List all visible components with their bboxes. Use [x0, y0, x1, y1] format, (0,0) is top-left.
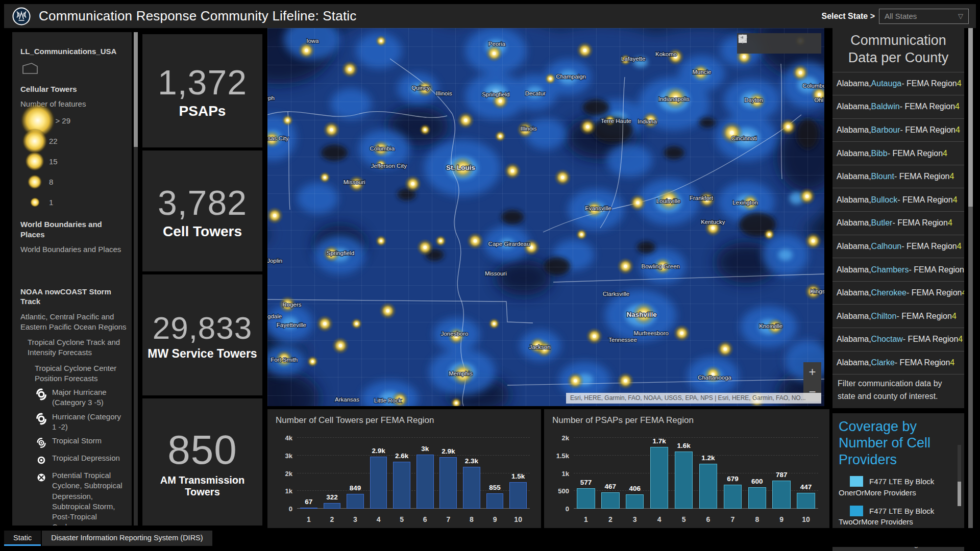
city-label: Clarksville	[603, 291, 629, 297]
legend-size-item: 15	[20, 151, 127, 171]
storm-legend-item: Major Hurricane (Category 3 -5)	[20, 387, 127, 408]
bar[interactable]	[772, 481, 790, 509]
county-row[interactable]: Alabama, Baldwin - FEMA Region 4	[832, 95, 964, 118]
city-label: Frankfort	[690, 195, 714, 201]
tab-dirs[interactable]: Disaster Information Reporting System (D…	[42, 531, 212, 546]
bar[interactable]	[439, 457, 457, 509]
storm-legend-label: Major Hurricane (Category 3 -5)	[52, 387, 127, 408]
bar[interactable]	[797, 493, 815, 509]
fema-region-number: 4	[953, 195, 958, 205]
county-name: Bullock	[871, 195, 898, 205]
city-label: Ohi	[814, 97, 823, 103]
layers-icon[interactable]	[788, 33, 804, 54]
home-icon[interactable]	[754, 33, 771, 54]
bar[interactable]	[699, 464, 717, 509]
y-tick-label: 500	[558, 487, 569, 495]
city-label: Bowling Green	[642, 263, 680, 269]
coverage-scrollbar-thumb[interactable]	[958, 482, 961, 506]
bar-cell: 1.2k	[696, 438, 721, 509]
county-row[interactable]: Alabama, Calhoun - FEMA Region 4	[832, 235, 964, 258]
city-label: Fayetteville	[277, 322, 306, 328]
sidebar-scrollbar[interactable]	[134, 32, 138, 525]
bar-value-label: 406	[620, 485, 649, 492]
county-scrollbar[interactable]	[968, 28, 973, 528]
bar[interactable]	[675, 452, 693, 509]
bar-cell: 577	[574, 438, 598, 509]
county-row[interactable]: Alabama, Barbour - FEMA Region 4	[832, 118, 964, 142]
city-label: Jackson	[529, 344, 550, 350]
y-tick-label: 2k	[285, 469, 292, 477]
legend-size-label: 15	[49, 157, 58, 166]
county-row[interactable]: Alabama, Choctaw - FEMA Region 4	[832, 328, 964, 351]
city-label: Cincinnati	[731, 135, 757, 141]
tower-dot-icon	[20, 152, 49, 171]
city-label: Decatur	[525, 90, 546, 96]
bar[interactable]	[601, 492, 619, 509]
bar-cell: 1.5k	[506, 438, 530, 509]
city-label: Joplin	[267, 258, 282, 264]
county-row[interactable]: Alabama, Cherokee - FEMA Region 4	[832, 281, 964, 305]
bar[interactable]	[650, 447, 668, 509]
basemap-icon[interactable]	[804, 33, 821, 54]
tab-static[interactable]: Static	[4, 531, 41, 546]
city-label: Jonesboro	[441, 331, 469, 337]
bar[interactable]	[724, 485, 742, 509]
bar[interactable]	[463, 467, 480, 509]
state-dropdown[interactable]: All States ▽	[879, 9, 969, 24]
bar[interactable]	[748, 487, 766, 509]
x-axis-labels: 12345678910	[574, 515, 818, 523]
city-label: eph	[267, 95, 275, 101]
state-dropdown-value: All States	[885, 12, 917, 20]
x-tick-label: 10	[506, 515, 530, 523]
city-label: Kokomo	[655, 51, 677, 57]
x-tick-label: 7	[720, 515, 745, 523]
county-row[interactable]: Alabama, Chambers - FEMA Region 4	[832, 258, 964, 281]
county-data-panel: Communication Data per County Alabama, A…	[832, 28, 964, 408]
coverage-scrollbar[interactable]	[958, 445, 961, 506]
county-row[interactable]: Alabama, Chilton - FEMA Region 4	[832, 304, 964, 328]
county-row[interactable]: Alabama, Butler - FEMA Region 4	[832, 211, 964, 235]
bar[interactable]	[509, 482, 527, 509]
bar[interactable]	[577, 488, 595, 509]
bar[interactable]	[324, 503, 341, 509]
city-label: Evansville	[585, 205, 611, 211]
bar-cell: 67	[297, 438, 321, 509]
county-row[interactable]: Alabama, Clarke - FEMA Region 4	[832, 351, 964, 374]
city-label: Missouri	[344, 179, 365, 185]
city-label: Knoxville	[759, 323, 782, 329]
sidebar-scrollbar-thumb[interactable]	[134, 32, 138, 147]
county-name: Bibb	[871, 149, 888, 158]
city-label: Cape Girardeau	[488, 241, 530, 247]
county-name: Butler	[871, 218, 893, 228]
county-scrollbar-thumb[interactable]	[968, 28, 973, 207]
bar-value-label: 2.3k	[458, 457, 486, 465]
legend-layer-title: Cellular Towers	[20, 84, 127, 94]
bar-cell: 2.3k	[460, 438, 483, 509]
bar[interactable]	[347, 494, 364, 509]
county-name: Baldwin	[871, 102, 900, 111]
city-label: Illinois	[436, 90, 452, 96]
legend-icon[interactable]	[771, 33, 788, 54]
map-canvas[interactable]: IowaPeoriaKokomoLafayetteMuncieChampaign…	[267, 28, 824, 406]
city-label: Terre Haute	[601, 118, 631, 124]
y-tick-label: 0	[566, 505, 569, 513]
county-row[interactable]: Alabama, Bullock - FEMA Region 4	[832, 188, 964, 211]
bar-value-label: 787	[767, 471, 796, 479]
bar-cell: 322	[321, 438, 344, 509]
coverage-map[interactable]: IowaPeoriaKokomoLafayetteMuncieChampaign…	[267, 28, 824, 406]
legend-size-item: 8	[20, 171, 127, 192]
city-label: Little Rock	[374, 397, 402, 404]
county-row[interactable]: Alabama, Autauga - FEMA Region 4	[832, 72, 964, 95]
bar[interactable]	[300, 508, 317, 509]
bar[interactable]	[370, 457, 387, 509]
bar[interactable]	[393, 462, 410, 509]
bar[interactable]	[416, 455, 434, 509]
city-label: Nashville	[627, 311, 657, 318]
tab-bar: Static Disaster Information Reporting Sy…	[4, 530, 976, 547]
bar[interactable]	[486, 493, 504, 509]
county-row[interactable]: Alabama, Bibb - FEMA Region 4	[832, 141, 964, 165]
county-row[interactable]: Alabama, Blount - FEMA Region 4	[832, 165, 964, 188]
bar[interactable]	[626, 494, 644, 509]
zoom-in-button[interactable]: +	[803, 362, 821, 382]
storm-legend-item: Potential Tropical Cyclone, Subtropical …	[20, 470, 127, 525]
